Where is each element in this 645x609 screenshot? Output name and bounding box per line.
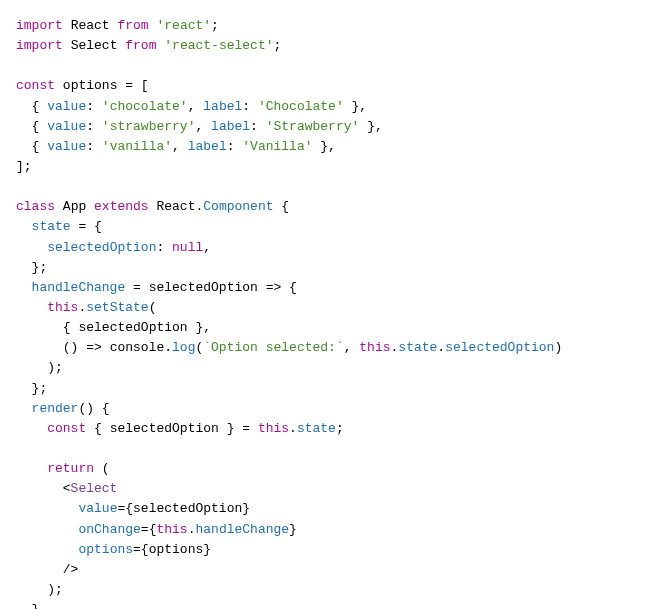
keyword-const: const: [47, 421, 86, 436]
keyword-class: class: [16, 199, 55, 214]
method-log: log: [172, 340, 195, 355]
jsx-attr-value: value: [78, 501, 117, 516]
prop-state: state: [32, 219, 71, 234]
ident-react: React: [156, 199, 195, 214]
keyword-this: this: [359, 340, 390, 355]
string-option-selected: `Option selected:`: [203, 340, 343, 355]
keyword-import: import: [16, 18, 63, 33]
string-strawberry: 'strawberry': [102, 119, 196, 134]
jsx-select: Select: [71, 481, 118, 496]
string-chocolate: 'chocolate': [102, 99, 188, 114]
prop-state: state: [297, 421, 336, 436]
string-react-select: 'react-select': [164, 38, 273, 53]
prop-selectedoption: selectedOption: [47, 240, 156, 255]
method-render: render: [32, 401, 79, 416]
method-setstate: setState: [86, 300, 148, 315]
ident-react: React: [71, 18, 110, 33]
ident-console: console: [110, 340, 165, 355]
ident-component: Component: [203, 199, 273, 214]
keyword-this: this: [47, 300, 78, 315]
prop-state: state: [398, 340, 437, 355]
ident-select: Select: [71, 38, 118, 53]
string-vanilla-label: 'Vanilla': [242, 139, 312, 154]
class-app: App: [63, 199, 86, 214]
keyword-const: const: [16, 78, 55, 93]
keyword-return: return: [47, 461, 94, 476]
jsx-attr-options: options: [78, 542, 133, 557]
param-selectedoption: selectedOption: [149, 280, 258, 295]
keyword-extends: extends: [94, 199, 149, 214]
string-strawberry-label: 'Strawberry': [266, 119, 360, 134]
keyword-this: this: [156, 522, 187, 537]
keyword-null: null: [172, 240, 203, 255]
keyword-import: import: [16, 38, 63, 53]
keyword-from: from: [117, 18, 148, 33]
string-vanilla: 'vanilla': [102, 139, 172, 154]
keyword-this: this: [258, 421, 289, 436]
string-chocolate-label: 'Chocolate': [258, 99, 344, 114]
keyword-from: from: [125, 38, 156, 53]
ident-selectedoption: selectedOption: [133, 501, 242, 516]
ident-options: options: [63, 78, 118, 93]
code-block: import React from 'react'; import Select…: [16, 16, 629, 609]
prop-label: label: [188, 139, 227, 154]
prop-value: value: [47, 119, 86, 134]
ident-selectedoption: selectedOption: [78, 320, 187, 335]
prop-value: value: [47, 99, 86, 114]
prop-handlechange: handleChange: [195, 522, 289, 537]
ident-options: options: [149, 542, 204, 557]
prop-handlechange: handleChange: [32, 280, 126, 295]
string-react: 'react': [156, 18, 211, 33]
ident-selectedoption: selectedOption: [110, 421, 219, 436]
prop-value: value: [47, 139, 86, 154]
jsx-attr-onchange: onChange: [78, 522, 140, 537]
prop-selectedoption: selectedOption: [445, 340, 554, 355]
prop-label: label: [211, 119, 250, 134]
prop-label: label: [203, 99, 242, 114]
